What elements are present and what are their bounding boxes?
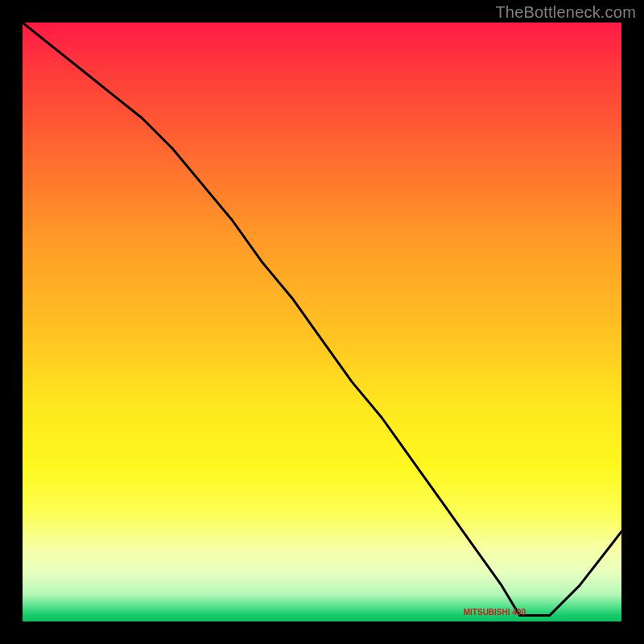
line-series [23, 23, 621, 621]
chart-frame: MITSUBISHI 400 TheBottleneck.com [0, 0, 644, 644]
optimum-marker-label: MITSUBISHI 400 [464, 608, 526, 617]
bottleneck-curve-path [23, 23, 621, 616]
watermark-text: TheBottleneck.com [495, 3, 636, 22]
plot-area: MITSUBISHI 400 [23, 23, 621, 621]
